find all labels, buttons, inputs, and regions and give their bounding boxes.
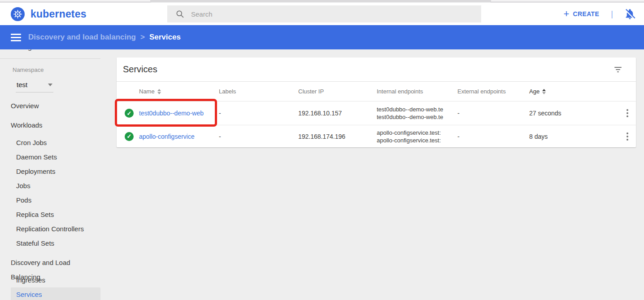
search-bar[interactable]: [167, 5, 481, 22]
filter-list-icon[interactable]: [613, 65, 623, 74]
notifications-off-icon[interactable]: [624, 8, 636, 20]
card-title: Services: [123, 64, 157, 75]
column-header-labels: Labels: [219, 88, 298, 95]
breadcrumb-parent[interactable]: Discovery and load balancing: [28, 33, 136, 42]
internal-endpoints-cell: apollo-configservice.test: apollo-config…: [377, 129, 454, 144]
column-header-external-endpoints: External endpoints: [457, 88, 529, 95]
sidebar: g Namespace test Overview Workloads Cron…: [0, 49, 100, 300]
column-header-name[interactable]: Name: [139, 88, 219, 95]
sort-arrows-icon: [157, 89, 161, 94]
sidebar-item-discovery-load-balancing[interactable]: Discovery and Load Balancing: [0, 256, 100, 270]
breadcrumb-bar: Discovery and load balancing > Services: [0, 25, 644, 49]
external-endpoints-cell: -: [457, 110, 529, 117]
sidebar-item-pods[interactable]: Pods: [0, 193, 100, 207]
breadcrumb-separator: >: [140, 33, 145, 42]
header-actions: + CREATE |: [564, 5, 636, 22]
kubernetes-helm-icon: [11, 7, 25, 21]
labels-cell: -: [219, 110, 298, 117]
services-card: Services Name Labels Cluster IP Internal…: [117, 57, 636, 147]
app-header: kubernetes + CREATE |: [0, 3, 644, 25]
cluster-ip-cell: 192.168.10.157: [298, 110, 377, 117]
sidebar-item-deployments[interactable]: Deployments: [0, 164, 100, 179]
clipped-sidebar-text: g: [28, 49, 38, 53]
check-circle-icon: ✓: [125, 109, 134, 118]
browser-edge-strip: [0, 0, 644, 2]
column-header-cluster-ip: Cluster IP: [298, 88, 377, 95]
internal-endpoints-cell: test0dubbo--demo-web.te test0dubbo--demo…: [377, 106, 454, 121]
sidebar-item-daemon-sets[interactable]: Daemon Sets: [0, 150, 100, 164]
age-cell: 27 seconds: [529, 110, 619, 117]
header-divider: |: [611, 9, 613, 19]
kubernetes-wordmark: kubernetes: [30, 8, 87, 20]
table-row: ✓ apollo-configservice - 192.168.174.196…: [117, 125, 636, 147]
table-row: ✓ test0dubbo--demo-web - 192.168.10.157 …: [117, 101, 636, 125]
create-button-label: CREATE: [573, 10, 599, 18]
age-cell: 8 days: [529, 133, 619, 140]
hamburger-menu-icon[interactable]: [11, 34, 21, 41]
vertical-dots-icon[interactable]: [619, 132, 636, 141]
sidebar-item-jobs[interactable]: Jobs: [0, 179, 100, 193]
breadcrumb: Discovery and load balancing > Services: [28, 33, 181, 42]
labels-cell: -: [219, 133, 298, 140]
vertical-dots-icon[interactable]: [619, 109, 636, 118]
namespace-select[interactable]: test: [16, 79, 53, 93]
service-name-link[interactable]: test0dubbo--demo-web: [139, 110, 204, 117]
services-card-header: Services: [117, 57, 636, 82]
sidebar-item-cron-jobs[interactable]: Cron Jobs: [0, 136, 100, 150]
sidebar-divider: [0, 58, 100, 59]
check-circle-icon: ✓: [125, 132, 134, 141]
kubernetes-logo[interactable]: kubernetes: [11, 7, 87, 21]
service-name-link[interactable]: apollo-configservice: [139, 133, 195, 140]
sidebar-item-workloads[interactable]: Workloads: [0, 118, 100, 132]
sidebar-item-replication-controllers[interactable]: Replication Controllers: [0, 222, 100, 236]
chevron-down-icon: [48, 84, 52, 86]
search-input[interactable]: [191, 10, 481, 18]
sidebar-item-stateful-sets[interactable]: Stateful Sets: [0, 236, 100, 251]
browser-edge-segment: [150, 0, 491, 2]
namespace-value: test: [17, 81, 27, 88]
namespace-label: Namespace: [13, 66, 44, 73]
breadcrumb-current: Services: [149, 33, 181, 42]
plus-icon: +: [564, 9, 570, 18]
external-endpoints-cell: -: [457, 133, 529, 140]
column-header-internal-endpoints: Internal endpoints: [377, 88, 457, 95]
search-icon: [175, 9, 185, 19]
sidebar-item-overview[interactable]: Overview: [0, 99, 100, 113]
table-header-row: Name Labels Cluster IP Internal endpoint…: [117, 82, 636, 101]
sidebar-item-services[interactable]: Services: [11, 287, 100, 300]
sort-arrows-icon: [542, 89, 546, 94]
sidebar-item-replica-sets[interactable]: Replica Sets: [0, 207, 100, 222]
column-header-age[interactable]: Age: [529, 88, 619, 95]
create-button[interactable]: + CREATE: [564, 9, 600, 18]
cluster-ip-cell: 192.168.174.196: [298, 133, 377, 140]
sidebar-nav: Overview Workloads Cron Jobs Daemon Sets…: [0, 99, 100, 300]
